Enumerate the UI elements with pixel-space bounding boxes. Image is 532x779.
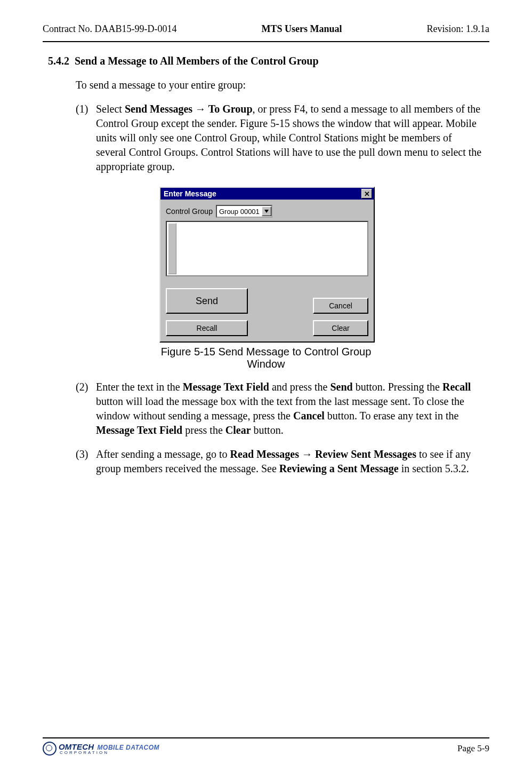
logo-brand: OMTECH: [59, 742, 94, 751]
dialog-titlebar: Enter Message ✕: [160, 188, 374, 200]
b: Send: [330, 381, 352, 393]
svg-marker-0: [264, 210, 269, 213]
section-title-text: Send a Message to All Members of the Con…: [75, 55, 319, 67]
control-group-label: Control Group: [166, 207, 213, 216]
t: After sending a message, go to: [96, 448, 230, 460]
t: press the: [182, 424, 225, 436]
t: button. To erase any text in the: [325, 410, 459, 422]
b: Recall: [442, 381, 471, 393]
recall-button[interactable]: Recall: [166, 320, 248, 336]
b: Reviewing a Sent Message: [279, 463, 399, 474]
header-rule: [43, 41, 489, 42]
company-logo: OMTECH MOBILE DATACOM CORPORATION: [43, 742, 159, 756]
b: Clear: [225, 424, 251, 436]
footer-rule: [43, 737, 489, 738]
figure-caption: Figure 5-15 Send Message to Control Grou…: [159, 346, 373, 370]
control-group-combo[interactable]: Group 00001: [216, 205, 272, 218]
b: Read Messages → Review Sent Messages: [230, 448, 416, 460]
t: button.: [251, 424, 284, 436]
step-1-pre: Select: [96, 103, 125, 115]
chevron-down-icon[interactable]: [262, 206, 271, 216]
b: Message Text Field: [183, 381, 269, 393]
header-left: Contract No. DAAB15-99-D-0014: [43, 23, 176, 35]
intro-text: To send a message to your entire group:: [76, 78, 484, 92]
enter-message-dialog: Enter Message ✕ Control Group Group 0000…: [159, 187, 375, 343]
header-right: Revision: 1.9.1a: [426, 23, 489, 35]
figure-5-15: Enter Message ✕ Control Group Group 0000…: [159, 187, 373, 370]
dialog-title: Enter Message: [164, 189, 216, 198]
logo-sub2: CORPORATION: [60, 751, 159, 755]
step-3-num: (3): [76, 447, 96, 476]
page-number: Page 5-9: [457, 743, 489, 754]
step-1-bold: Send Messages → To Group: [125, 103, 253, 115]
header-center: MTS Users Manual: [261, 23, 342, 35]
section-number: 5.4.2: [48, 55, 69, 67]
globe-icon: [43, 742, 57, 756]
step-2: (2) Enter the text in the Message Text F…: [76, 380, 484, 438]
t: in section 5.3.2.: [399, 463, 469, 474]
step-2-num: (2): [76, 380, 96, 438]
t: Enter the text in the: [96, 381, 183, 393]
t: and press the: [269, 381, 330, 393]
cancel-button[interactable]: Cancel: [313, 298, 368, 314]
page-footer: OMTECH MOBILE DATACOM CORPORATION Page 5…: [43, 737, 489, 756]
scrollbar[interactable]: [168, 223, 176, 274]
step-1: (1) Select Send Messages → To Group, or …: [76, 102, 484, 174]
clear-button[interactable]: Clear: [313, 320, 368, 336]
message-text-field[interactable]: [166, 221, 368, 276]
send-button[interactable]: Send: [166, 288, 248, 314]
b: Message Text Field: [96, 424, 182, 436]
close-icon[interactable]: ✕: [361, 189, 372, 198]
b: Cancel: [293, 410, 325, 422]
step-3: (3) After sending a message, go to Read …: [76, 447, 484, 476]
step-1-num: (1): [76, 102, 96, 174]
section-heading: 5.4.2 Send a Message to All Members of t…: [48, 55, 489, 67]
t: button. Pressing the: [353, 381, 442, 393]
control-group-value: Group 00001: [217, 208, 262, 216]
